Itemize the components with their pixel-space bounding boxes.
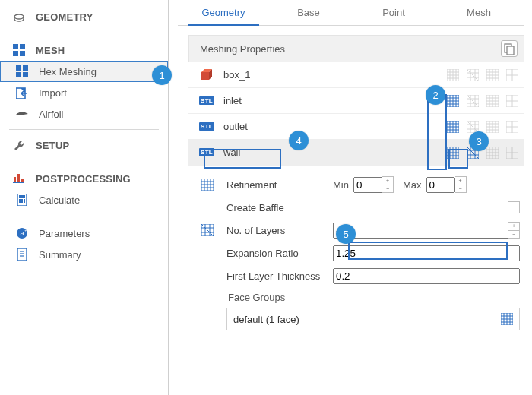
mesh-mode-3[interactable] xyxy=(485,119,500,134)
mesh-mode-3[interactable] xyxy=(485,68,500,83)
facegroup-name: default (1 face) xyxy=(233,314,501,325)
tab-label: Point xyxy=(382,7,405,18)
min-label: Min xyxy=(333,179,349,191)
facegroups-label: Face Groups xyxy=(228,292,520,303)
facegroup-item[interactable]: default (1 face) xyxy=(226,308,520,330)
object-name: wall xyxy=(223,147,445,158)
mesh-icon xyxy=(12,43,26,57)
object-name: box_1 xyxy=(223,69,445,81)
sidebar-item-parameters[interactable]: Parameters xyxy=(0,223,168,244)
sidebar-section-setup[interactable]: SETUP xyxy=(0,134,168,156)
max-spinner[interactable]: +− xyxy=(455,176,467,193)
mesh-mode-3[interactable] xyxy=(485,93,500,109)
import-icon xyxy=(15,86,29,100)
stl-icon: STL xyxy=(199,95,214,107)
baffle-checkbox[interactable] xyxy=(508,201,520,213)
sidebar-label: GEOMETRY xyxy=(36,11,93,23)
tab-base[interactable]: Base xyxy=(266,7,351,18)
sidebar-item-summary[interactable]: Summary xyxy=(0,244,168,265)
tab-mesh[interactable]: Mesh xyxy=(436,7,521,18)
mesh-mode-2[interactable] xyxy=(465,68,480,83)
sidebar-section-postprocessing[interactable]: POSTPROCESSING xyxy=(0,168,168,189)
mesh-mode-4[interactable] xyxy=(505,119,520,134)
mesh-mode-1[interactable] xyxy=(445,93,461,109)
box-icon xyxy=(199,69,214,81)
prop-layers: No. of Layers +− xyxy=(199,219,520,242)
setup-icon xyxy=(12,138,26,152)
sidebar-item-label: Import xyxy=(39,87,67,99)
sidebar-item-import[interactable]: Import xyxy=(0,82,168,103)
stl-icon: STL xyxy=(199,121,214,133)
sidebar-item-label: Hex Meshing xyxy=(39,66,97,77)
prop-expansion: Expansion Ratio xyxy=(199,242,520,264)
mesh-mode-4[interactable] xyxy=(505,68,520,83)
sidebar-label: MESH xyxy=(36,45,65,56)
prop-label: No. of Layers xyxy=(226,225,333,236)
sidebar-section-mesh[interactable]: MESH xyxy=(0,40,168,61)
object-name: outlet xyxy=(223,121,445,132)
airfoil-icon xyxy=(15,107,29,121)
panel-title: Meshing Properties xyxy=(200,43,501,55)
callout-4: 4 xyxy=(289,131,309,150)
object-row-inlet[interactable]: STL inlet xyxy=(188,88,524,114)
panel-header: Meshing Properties xyxy=(188,35,524,62)
tab-geometry[interactable]: Geometry xyxy=(181,7,266,18)
sidebar: GEOMETRY MESH Hex Meshing Import Airfoil… xyxy=(0,0,169,395)
sidebar-label: POSTPROCESSING xyxy=(36,173,131,185)
tab-label: Geometry xyxy=(201,7,245,18)
parameters-icon xyxy=(15,226,29,240)
max-input[interactable] xyxy=(426,177,455,193)
geometry-icon xyxy=(12,10,26,24)
sidebar-label: SETUP xyxy=(36,140,69,151)
thickness-input[interactable] xyxy=(333,268,520,284)
expansion-input[interactable] xyxy=(333,245,520,261)
prop-thickness: First Layer Thickness xyxy=(199,264,520,287)
prop-label: Expansion Ratio xyxy=(226,248,333,259)
mesh-mode-1[interactable] xyxy=(445,68,461,83)
sidebar-item-airfoil[interactable]: Airfoil xyxy=(0,103,168,125)
prop-refinement: Refinement Min +− Max +− xyxy=(199,173,520,196)
min-input[interactable] xyxy=(353,177,382,193)
mesh-mode-1[interactable] xyxy=(445,145,461,160)
tab-bar: Geometry Base Point Mesh xyxy=(178,0,524,26)
object-name: inlet xyxy=(223,95,445,106)
facegroup-mesh-icon xyxy=(501,313,513,325)
prop-label: Refinement xyxy=(226,179,333,191)
object-row-box1[interactable]: box_1 xyxy=(188,62,524,88)
sidebar-item-calculate[interactable]: Calculate xyxy=(0,189,168,210)
min-spinner[interactable]: +− xyxy=(382,176,394,193)
mesh-mode-3[interactable] xyxy=(485,145,500,160)
copy-button[interactable] xyxy=(501,40,518,57)
layers-spinner[interactable]: +− xyxy=(508,222,520,239)
calculate-icon xyxy=(15,193,29,207)
callout-2: 2 xyxy=(426,85,445,105)
tab-label: Mesh xyxy=(467,7,491,18)
mesh-mode-4[interactable] xyxy=(505,93,520,109)
sidebar-item-label: Parameters xyxy=(39,228,90,239)
callout-3: 3 xyxy=(469,131,489,151)
postprocessing-icon xyxy=(12,172,26,185)
prop-label: First Layer Thickness xyxy=(226,270,333,282)
max-label: Max xyxy=(403,179,422,191)
tab-label: Base xyxy=(297,7,320,18)
tab-point[interactable]: Point xyxy=(351,7,436,18)
hex-meshing-icon xyxy=(15,65,29,78)
sidebar-item-hex-meshing[interactable]: Hex Meshing xyxy=(0,61,168,82)
sidebar-item-label: Summary xyxy=(39,249,81,261)
sidebar-item-label: Calculate xyxy=(39,194,80,206)
stl-icon: STL xyxy=(199,147,214,159)
sidebar-section-geometry[interactable]: GEOMETRY xyxy=(0,6,168,27)
refinement-icon xyxy=(199,179,216,191)
prop-label: Create Baffle xyxy=(226,202,333,213)
callout-5: 5 xyxy=(336,224,356,244)
layers-input[interactable] xyxy=(333,223,508,239)
sidebar-item-label: Airfoil xyxy=(39,109,64,120)
callout-1: 1 xyxy=(152,65,172,85)
mesh-mode-2[interactable] xyxy=(465,93,480,109)
summary-icon xyxy=(15,248,29,261)
mesh-mode-4[interactable] xyxy=(505,145,520,160)
mesh-mode-1[interactable] xyxy=(445,119,461,134)
layers-icon xyxy=(199,224,216,236)
prop-baffle: Create Baffle xyxy=(199,196,520,219)
